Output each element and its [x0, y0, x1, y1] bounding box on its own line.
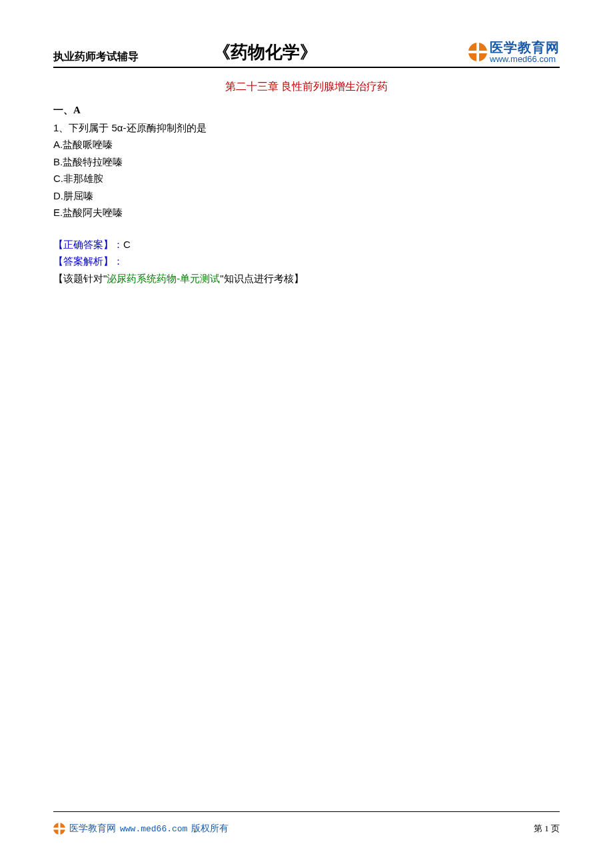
- option-c: C.非那雄胺: [53, 170, 560, 187]
- logo-url: www.med66.com: [490, 55, 560, 64]
- correct-answer-label: 【正确答案】：: [53, 239, 123, 250]
- footer-left: 医学教育网 www.med66.com 版权所有: [53, 823, 229, 835]
- question-number: 1、: [53, 122, 69, 133]
- option-e: E.盐酸阿夫唑嗪: [53, 204, 560, 221]
- page-footer: 医学教育网 www.med66.com 版权所有 第 1 页: [53, 811, 560, 835]
- option-a: A.盐酸哌唑嗪: [53, 136, 560, 153]
- question-text: 下列属于 5α-还原酶抑制剂的是: [69, 122, 206, 133]
- footer-divider: [53, 811, 560, 812]
- explain-topic: 泌尿药系统药物-单元测试: [107, 273, 220, 284]
- option-b: B.盐酸特拉唑嗪: [53, 153, 560, 171]
- chapter-title: 第二十三章 良性前列腺增生治疗药: [53, 80, 560, 94]
- correct-answer-line: 【正确答案】：C: [53, 236, 560, 253]
- correct-answer-value: C: [123, 239, 131, 250]
- options-list: A.盐酸哌唑嗪 B.盐酸特拉唑嗪 C.非那雄胺 D.肼屈嗪 E.盐酸阿夫唑嗪: [53, 136, 560, 221]
- logo-brand-name: 医学教育网: [490, 40, 560, 55]
- header-subtitle: 执业药师考试辅导: [53, 50, 139, 64]
- explain-prefix: 【该题针对": [53, 273, 107, 284]
- explain-label: 【答案解析】：: [53, 253, 560, 270]
- answer-block: 【正确答案】：C 【答案解析】： 【该题针对"泌尿药系统药物-单元测试"知识点进…: [53, 236, 560, 287]
- section-heading: 一、A: [53, 102, 560, 119]
- footer-copyright: 版权所有: [191, 823, 229, 835]
- explain-suffix: "知识点进行考核】: [220, 273, 303, 284]
- page-header: 执业药师考试辅导 《药物化学》 医学教育网 www.med66.com: [53, 40, 560, 68]
- content-body: 一、A 1、下列属于 5α-还原酶抑制剂的是 A.盐酸哌唑嗪 B.盐酸特拉唑嗪 …: [53, 102, 560, 287]
- header-logo: 医学教育网 www.med66.com: [468, 40, 560, 64]
- logo-text: 医学教育网 www.med66.com: [490, 40, 560, 64]
- option-d: D.肼屈嗪: [53, 187, 560, 205]
- question-stem: 1、下列属于 5α-还原酶抑制剂的是: [53, 119, 560, 137]
- logo-icon: [468, 43, 487, 61]
- explain-text: 【该题针对"泌尿药系统药物-单元测试"知识点进行考核】: [53, 270, 560, 287]
- footer-brand: 医学教育网: [69, 823, 116, 835]
- header-title: 《药物化学》: [213, 41, 317, 64]
- footer-url: www.med66.com: [120, 824, 187, 834]
- footer-logo-icon: [53, 823, 65, 835]
- page-number: 第 1 页: [534, 823, 560, 835]
